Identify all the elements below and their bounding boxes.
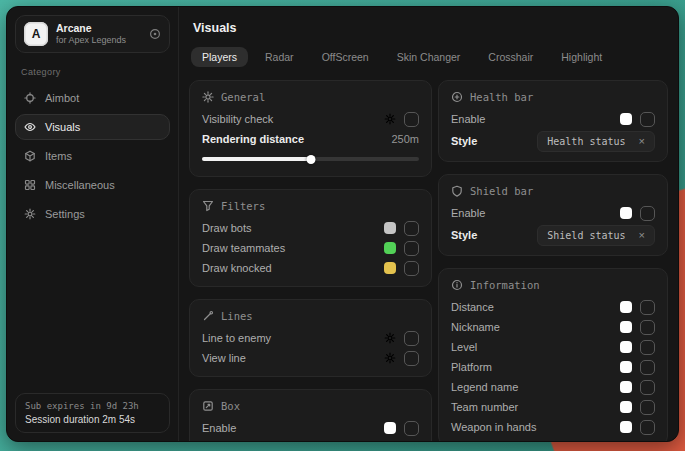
brand-text: Arcane for Apex Legends xyxy=(56,22,141,45)
row-enable: Enable xyxy=(202,418,419,438)
sidebar-item-items[interactable]: Items xyxy=(15,143,170,169)
card-header: Lines xyxy=(202,308,419,324)
checkbox[interactable] xyxy=(404,261,419,276)
line-icon xyxy=(202,310,214,322)
card-information: InformationDistanceNicknameLevelPlatform… xyxy=(438,268,668,441)
row-label: Level xyxy=(451,341,477,353)
row-controls: Health status× xyxy=(537,131,655,152)
slider-fill xyxy=(202,157,311,161)
checkbox[interactable] xyxy=(404,351,419,366)
color-swatch[interactable] xyxy=(620,113,632,125)
row-enable: Enable xyxy=(451,109,655,129)
checkbox[interactable] xyxy=(640,420,655,435)
checkbox[interactable] xyxy=(404,441,419,442)
color-swatch[interactable] xyxy=(384,262,396,274)
sidebar-item-settings[interactable]: Settings xyxy=(15,201,170,227)
sun-icon xyxy=(202,91,214,103)
color-swatch[interactable] xyxy=(384,422,396,434)
checkbox[interactable] xyxy=(640,320,655,335)
row-label: Style xyxy=(451,229,477,241)
gear-icon[interactable] xyxy=(384,352,396,364)
crosshair-icon xyxy=(24,92,36,104)
row-platform: Platform xyxy=(451,357,655,377)
checkbox[interactable] xyxy=(640,360,655,375)
row-draw-bots: Draw bots xyxy=(202,218,419,238)
target-icon[interactable] xyxy=(149,28,161,40)
card-title: General xyxy=(221,91,265,103)
row-controls xyxy=(620,112,655,127)
color-swatch[interactable] xyxy=(620,421,632,433)
row-controls xyxy=(620,360,655,375)
row-label: Visibility check xyxy=(202,113,273,125)
row-label: Distance xyxy=(451,301,494,313)
info-icon xyxy=(451,279,463,291)
checkbox[interactable] xyxy=(404,331,419,346)
rendering-distance-slider[interactable] xyxy=(202,152,419,166)
card-box: BoxEnableEnable background xyxy=(189,389,432,441)
sidebar-item-visuals[interactable]: Visuals xyxy=(15,114,170,140)
checkbox[interactable] xyxy=(640,206,655,221)
checkbox[interactable] xyxy=(640,112,655,127)
checkbox[interactable] xyxy=(404,221,419,236)
row-label: Team number xyxy=(451,401,518,413)
sidebar-item-miscellaneous[interactable]: Miscellaneous xyxy=(15,172,170,198)
gear-icon xyxy=(24,208,36,220)
color-swatch[interactable] xyxy=(620,301,632,313)
row-controls xyxy=(620,400,655,415)
row-style: StyleShield status× xyxy=(451,223,655,247)
card-lines: LinesLine to enemyView line xyxy=(189,299,432,377)
row-controls: Shield status× xyxy=(537,225,655,246)
tab-crosshair[interactable]: Crosshair xyxy=(477,47,544,67)
gear-icon[interactable] xyxy=(384,113,396,125)
slider-thumb[interactable] xyxy=(306,155,315,164)
checkbox[interactable] xyxy=(640,380,655,395)
row-team-number: Team number xyxy=(451,397,655,417)
remove-tag-icon[interactable]: × xyxy=(639,136,645,147)
row-label: Draw knocked xyxy=(202,262,272,274)
color-swatch[interactable] xyxy=(384,222,396,234)
row-label: Rendering distance xyxy=(202,133,304,145)
card-title: Information xyxy=(470,279,540,291)
color-swatch[interactable] xyxy=(620,341,632,353)
card-header: General xyxy=(202,89,419,105)
row-controls xyxy=(620,380,655,395)
checkbox[interactable] xyxy=(404,421,419,436)
tab-offscreen[interactable]: OffScreen xyxy=(311,47,380,67)
row-draw-knocked: Draw knocked xyxy=(202,258,419,278)
settings-columns: GeneralVisibility checkRendering distanc… xyxy=(189,80,668,441)
select-tag-label: Shield status xyxy=(547,230,625,241)
color-swatch[interactable] xyxy=(620,361,632,373)
card-header: Filters xyxy=(202,198,419,214)
row-rendering-distance: Rendering distance250m xyxy=(202,129,419,149)
category-label: Category xyxy=(21,67,166,77)
color-swatch[interactable] xyxy=(620,381,632,393)
remove-tag-icon[interactable]: × xyxy=(639,230,645,241)
shield-icon xyxy=(451,185,463,197)
row-controls xyxy=(620,320,655,335)
checkbox[interactable] xyxy=(640,340,655,355)
checkbox[interactable] xyxy=(640,400,655,415)
color-swatch[interactable] xyxy=(620,207,632,219)
gear-icon[interactable] xyxy=(384,332,396,344)
tab-players[interactable]: Players xyxy=(191,47,248,67)
checkbox[interactable] xyxy=(404,112,419,127)
color-swatch[interactable] xyxy=(620,401,632,413)
sidebar-item-label: Settings xyxy=(45,208,85,220)
row-label: Weapon in hands xyxy=(451,421,536,433)
subscription-card: Sub expires in 9d 23h Session duration 2… xyxy=(15,393,170,433)
tab-skin-changer[interactable]: Skin Changer xyxy=(386,47,472,67)
card-title: Box xyxy=(221,400,240,412)
tab-radar[interactable]: Radar xyxy=(254,47,305,67)
card-health-bar: Health barEnableStyleHealth status× xyxy=(438,80,668,162)
color-swatch[interactable] xyxy=(620,321,632,333)
tab-highlight[interactable]: Highlight xyxy=(550,47,613,67)
checkbox[interactable] xyxy=(404,241,419,256)
column-2: Health barEnableStyleHealth status×Shiel… xyxy=(438,80,668,441)
box-icon xyxy=(202,400,214,412)
sidebar-item-aimbot[interactable]: Aimbot xyxy=(15,85,170,111)
checkbox[interactable] xyxy=(640,300,655,315)
color-swatch[interactable] xyxy=(384,242,396,254)
row-controls xyxy=(620,300,655,315)
style-select[interactable]: Shield status× xyxy=(537,225,655,246)
style-select[interactable]: Health status× xyxy=(537,131,655,152)
